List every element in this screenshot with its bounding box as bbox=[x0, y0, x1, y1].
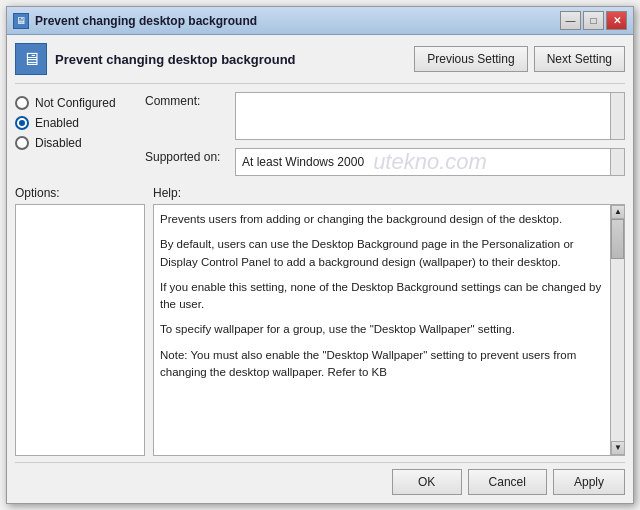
help-para-4: To specify wallpaper for a group, use th… bbox=[160, 321, 604, 338]
scroll-thumb[interactable] bbox=[611, 219, 624, 259]
radio-enabled[interactable]: Enabled bbox=[15, 116, 137, 130]
title-controls: — □ ✕ bbox=[560, 11, 627, 30]
window-body: 🖥 Prevent changing desktop background Pr… bbox=[7, 35, 633, 503]
scroll-track bbox=[611, 219, 624, 441]
window-icon: 🖥 bbox=[13, 13, 29, 29]
supported-scrollbar[interactable] bbox=[610, 149, 624, 175]
radio-not-configured-label: Not Configured bbox=[35, 96, 116, 110]
options-box bbox=[15, 204, 145, 456]
header-row: 🖥 Prevent changing desktop background Pr… bbox=[15, 43, 625, 84]
radio-enabled-label: Enabled bbox=[35, 116, 79, 130]
next-setting-button[interactable]: Next Setting bbox=[534, 46, 625, 72]
comment-label: Comment: bbox=[145, 92, 235, 108]
maximize-button[interactable]: □ bbox=[583, 11, 604, 30]
supported-row: Supported on: At least Windows 2000 utek… bbox=[145, 148, 625, 176]
apply-button[interactable]: Apply bbox=[553, 469, 625, 495]
right-panel: Comment: Supported on: At least Windows … bbox=[145, 92, 625, 180]
help-scrollbar[interactable]: ▲ ▼ bbox=[610, 205, 624, 455]
radio-group: Not Configured Enabled Disabled bbox=[15, 96, 137, 150]
bottom-section: Options: Help: Prevents users from addin… bbox=[15, 186, 625, 456]
radio-not-configured-circle bbox=[15, 96, 29, 110]
watermark: utekno.com bbox=[373, 149, 487, 175]
comment-scrollbar[interactable] bbox=[610, 93, 624, 139]
scroll-up-button[interactable]: ▲ bbox=[611, 205, 625, 219]
help-para-2: By default, users can use the Desktop Ba… bbox=[160, 236, 604, 271]
comment-textarea[interactable] bbox=[235, 92, 625, 140]
minimize-button[interactable]: — bbox=[560, 11, 581, 30]
options-panel: Options: bbox=[15, 186, 145, 456]
cancel-button[interactable]: Cancel bbox=[468, 469, 547, 495]
help-para-1: Prevents users from adding or changing t… bbox=[160, 211, 604, 228]
middle-section: Not Configured Enabled Disabled Comment: bbox=[15, 92, 625, 180]
scroll-down-button[interactable]: ▼ bbox=[611, 441, 625, 455]
close-button[interactable]: ✕ bbox=[606, 11, 627, 30]
title-bar: 🖥 Prevent changing desktop background — … bbox=[7, 7, 633, 35]
radio-disabled-circle bbox=[15, 136, 29, 150]
previous-setting-button[interactable]: Previous Setting bbox=[414, 46, 527, 72]
options-title: Options: bbox=[15, 186, 145, 200]
footer-buttons: OK Cancel Apply bbox=[15, 462, 625, 495]
window-title: Prevent changing desktop background bbox=[35, 14, 560, 28]
header-title: Prevent changing desktop background bbox=[55, 52, 414, 67]
radio-not-configured[interactable]: Not Configured bbox=[15, 96, 137, 110]
radio-enabled-circle bbox=[15, 116, 29, 130]
main-window: 🖥 Prevent changing desktop background — … bbox=[6, 6, 634, 504]
supported-value: At least Windows 2000 bbox=[242, 155, 364, 169]
supported-label: Supported on: bbox=[145, 148, 235, 164]
help-title: Help: bbox=[153, 186, 625, 200]
help-text-box: Prevents users from adding or changing t… bbox=[153, 204, 625, 456]
radio-disabled-label: Disabled bbox=[35, 136, 82, 150]
header-icon: 🖥 bbox=[15, 43, 47, 75]
comment-row: Comment: bbox=[145, 92, 625, 140]
radio-disabled[interactable]: Disabled bbox=[15, 136, 137, 150]
supported-value-box: At least Windows 2000 utekno.com bbox=[235, 148, 625, 176]
ok-button[interactable]: OK bbox=[392, 469, 462, 495]
help-para-3: If you enable this setting, none of the … bbox=[160, 279, 604, 314]
help-para-5: Note: You must also enable the "Desktop … bbox=[160, 347, 604, 382]
help-panel: Help: Prevents users from adding or chan… bbox=[153, 186, 625, 456]
header-buttons: Previous Setting Next Setting bbox=[414, 46, 625, 72]
left-panel: Not Configured Enabled Disabled bbox=[15, 92, 145, 180]
